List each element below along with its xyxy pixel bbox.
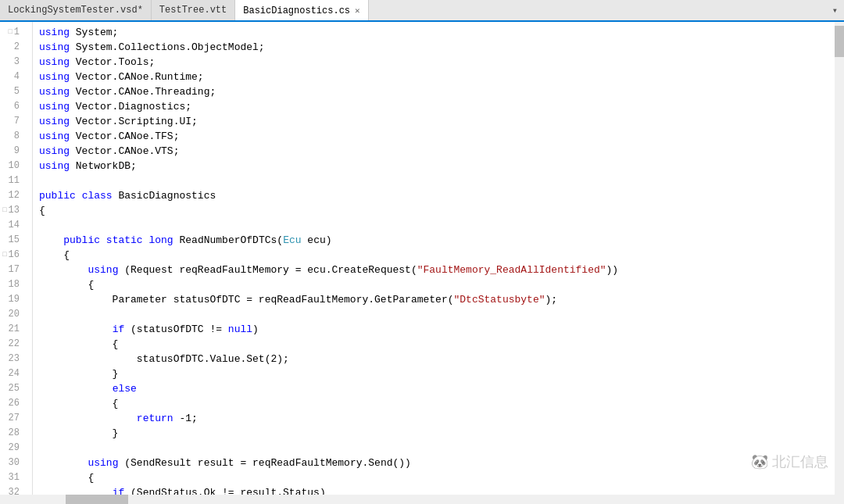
code-line: { xyxy=(39,277,835,292)
tab-label: TestTree.vtt xyxy=(159,5,227,16)
code-line: using System.Collections.ObjectModel; xyxy=(39,40,835,55)
code-line: if (statusOfDTC != null) xyxy=(39,322,835,337)
line-number: 24 xyxy=(0,366,26,381)
code-line xyxy=(39,441,835,456)
tab-basicdiagnostics[interactable]: BasicDiagnostics.cs ✕ xyxy=(235,0,368,20)
code-line: { xyxy=(39,248,835,263)
line-number: 10 xyxy=(0,159,26,173)
code-content[interactable]: using System;using System.Collections.Ob… xyxy=(33,22,835,495)
code-line: using System; xyxy=(39,25,835,40)
code-line: { xyxy=(39,396,835,411)
code-line: using Vector.Diagnostics; xyxy=(39,99,835,114)
tab-label: BasicDiagnostics.cs xyxy=(243,5,350,16)
code-line: { xyxy=(39,203,835,218)
line-number: 17 xyxy=(0,263,26,277)
code-line: if (SendStatus.Ok != result.Status) xyxy=(39,485,835,495)
code-line: { xyxy=(39,470,835,485)
code-line: Parameter statusOfDTC = reqReadFaultMemo… xyxy=(39,292,835,307)
line-number: 19 xyxy=(0,292,26,307)
code-line: using (SendResult result = reqReadFaultM… xyxy=(39,456,835,470)
line-number: 21 xyxy=(0,322,26,337)
line-number: □13 xyxy=(0,203,26,218)
code-line: using Vector.Tools; xyxy=(39,55,835,70)
code-line: public static long ReadNumberOfDTCs(Ecu … xyxy=(39,233,835,248)
code-line: return -1; xyxy=(39,411,835,426)
collapse-icon[interactable]: □ xyxy=(2,248,6,263)
tab-overflow-button[interactable]: ▾ xyxy=(826,0,844,20)
code-line: public class BasicDiagnostics xyxy=(39,188,835,203)
line-number: 25 xyxy=(0,381,26,396)
hscrollbar-thumb[interactable] xyxy=(66,495,128,504)
line-number: 12 xyxy=(0,188,26,203)
line-number: 5 xyxy=(0,84,26,99)
code-line: using Vector.CANoe.VTS; xyxy=(39,144,835,159)
code-line xyxy=(39,173,835,188)
vertical-scrollbar[interactable] xyxy=(835,22,844,495)
code-line: else xyxy=(39,381,835,396)
line-number: 14 xyxy=(0,218,26,233)
line-number: 15 xyxy=(0,233,26,248)
tab-label: LockingSystemTester.vsd* xyxy=(8,5,143,16)
line-number: 30 xyxy=(0,456,26,470)
line-number: 22 xyxy=(0,337,26,352)
code-line: { xyxy=(39,337,835,352)
line-number: 28 xyxy=(0,426,26,441)
tab-testtree[interactable]: TestTree.vtt xyxy=(152,0,235,20)
close-icon[interactable]: ✕ xyxy=(355,7,360,16)
line-numbers: □123456789101112□131415□1617181920212223… xyxy=(0,22,33,495)
code-line: using Vector.Scripting.UI; xyxy=(39,114,835,129)
code-line: using Vector.CANoe.Runtime; xyxy=(39,70,835,84)
collapse-icon[interactable]: □ xyxy=(8,25,12,40)
line-number: 8 xyxy=(0,129,26,144)
line-number: 26 xyxy=(0,396,26,411)
line-number: 3 xyxy=(0,55,26,70)
code-line: using NetworkDB; xyxy=(39,159,835,173)
line-number: □1 xyxy=(0,25,26,40)
tab-bar: LockingSystemTester.vsd* TestTree.vtt Ba… xyxy=(0,0,844,22)
line-number: □16 xyxy=(0,248,26,263)
line-number: 27 xyxy=(0,411,26,426)
code-line xyxy=(39,307,835,322)
code-line: statusOfDTC.Value.Set(2); xyxy=(39,352,835,366)
code-line: using Vector.CANoe.Threading; xyxy=(39,84,835,99)
line-number: 29 xyxy=(0,441,26,456)
code-line: using (Request reqReadFaultMemory = ecu.… xyxy=(39,263,835,277)
line-number: 18 xyxy=(0,277,26,292)
code-line: } xyxy=(39,366,835,381)
code-line xyxy=(39,218,835,233)
line-number: 2 xyxy=(0,40,26,55)
line-number: 9 xyxy=(0,144,26,159)
code-line: using Vector.CANoe.TFS; xyxy=(39,129,835,144)
line-number: 4 xyxy=(0,70,26,84)
code-line: } xyxy=(39,426,835,441)
line-number: 32 xyxy=(0,485,26,495)
line-number: 6 xyxy=(0,99,26,114)
scrollbar-thumb[interactable] xyxy=(835,26,844,57)
line-number: 31 xyxy=(0,470,26,485)
line-number: 20 xyxy=(0,307,26,322)
collapse-icon[interactable]: □ xyxy=(2,203,6,218)
line-number: 11 xyxy=(0,173,26,188)
line-number: 23 xyxy=(0,352,26,366)
line-number: 7 xyxy=(0,114,26,129)
horizontal-scrollbar[interactable] xyxy=(0,495,844,504)
tab-lockingsystemtester[interactable]: LockingSystemTester.vsd* xyxy=(0,0,152,20)
